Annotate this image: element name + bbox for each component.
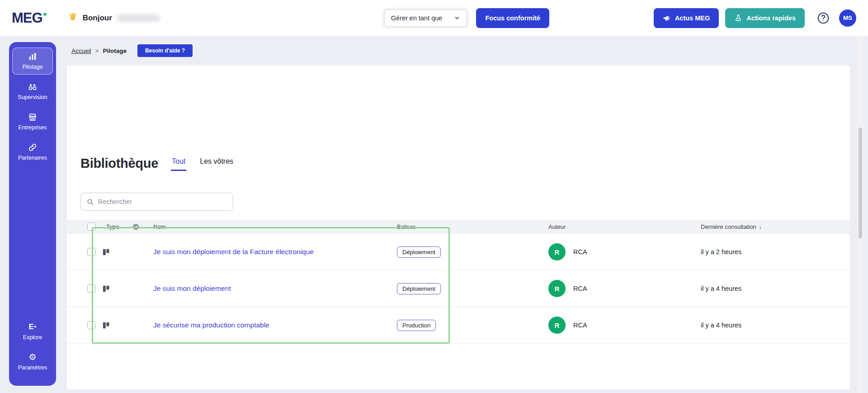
sidebar-item-entreprises[interactable]: Entreprises [12, 108, 53, 135]
manage-as-wrapper: Gérer en tant que [382, 8, 469, 28]
sidebar-item-label: Entreprises [18, 124, 47, 131]
table-row: Je sécurise ma production comptable Prod… [67, 307, 850, 344]
redacted-name [117, 14, 160, 22]
actus-meg-button[interactable]: Actus MEG [654, 8, 719, 28]
search-box [80, 193, 233, 211]
dashboard-icon [102, 284, 126, 293]
sidebar-item-explore[interactable]: E● Explore [12, 318, 53, 345]
author-name: RCA [573, 248, 587, 256]
sidebar-item-label: Partenaires [18, 155, 47, 161]
row-name-link[interactable]: Je sécurise ma production comptable [153, 321, 269, 329]
focus-conformite-button[interactable]: Focus conformité [476, 8, 549, 28]
breadcrumb: Accueil > Pilotage Besoin d'aide ? [71, 43, 850, 59]
sidebar-item-supervision[interactable]: Supervision [12, 78, 53, 105]
table-row: Je suis mon déploiement de la Facture él… [67, 234, 850, 270]
link-icon [28, 142, 38, 152]
library-header: Bibliothèque Tout Les vôtres [67, 66, 850, 171]
megaphone-icon [663, 14, 671, 22]
column-nom: Nom [147, 223, 397, 230]
row-badge: Production [397, 320, 436, 331]
select-all-checkbox[interactable] [87, 223, 95, 231]
flask-icon [734, 14, 742, 22]
sidebar-item-partenaires[interactable]: Partenaires [12, 138, 53, 166]
sidebar-item-parametres[interactable]: ⚙ Paramètres [12, 348, 53, 375]
wave-hand-icon [67, 12, 78, 24]
sidebar: Pilotage Supervision Entreprises Partena… [9, 42, 56, 386]
top-header: MEG Bonjour Gérer en tant que Focus conf… [0, 0, 868, 36]
author-avatar: R [548, 243, 566, 260]
dashboard-icon [102, 321, 126, 330]
tab-tout[interactable]: Tout [171, 157, 186, 171]
row-badge: Déploiement [397, 246, 441, 258]
sidebar-item-label: Explore [23, 334, 42, 341]
manage-group: Gérer en tant que Focus conformité [382, 8, 549, 28]
help-button[interactable] [816, 11, 830, 25]
search-icon [86, 198, 94, 206]
binoculars-icon [28, 82, 38, 92]
author-avatar: R [548, 317, 566, 334]
meg-logo-dot-icon [43, 13, 47, 16]
library-card: Bibliothèque Tout Les vôtres Type [67, 66, 850, 389]
library-table: Type Nom Balises Auteur Dernière consult… [67, 220, 850, 344]
column-type: Type [99, 223, 126, 230]
column-balises: Balises [397, 223, 548, 230]
bar-chart-icon [28, 52, 38, 62]
breadcrumb-current: Pilotage [103, 47, 127, 54]
manage-as-label: Gérer en tant que [391, 14, 443, 22]
breadcrumb-separator: > [95, 47, 99, 54]
table-row: Je suis mon déploiement Déploiement R RC… [67, 270, 850, 307]
author-name: RCA [573, 285, 587, 292]
row-checkbox[interactable] [87, 248, 95, 256]
page-scrollbar [857, 36, 863, 393]
besoin-daide-button[interactable]: Besoin d'aide ? [137, 44, 193, 57]
breadcrumb-home-link[interactable]: Accueil [71, 47, 91, 54]
user-avatar[interactable]: MS [839, 9, 856, 27]
main-content: Accueil > Pilotage Besoin d'aide ? Bibli… [63, 36, 850, 393]
author-name: RCA [573, 322, 587, 329]
header-right-group: Actus MEG Actions rapides MS [654, 8, 856, 28]
table-header-row: Type Nom Balises Auteur Dernière consult… [67, 220, 850, 234]
row-last-viewed: il y a 4 heures [701, 285, 850, 292]
check-badge-icon [126, 223, 147, 231]
page-title: Bibliothèque [80, 156, 158, 171]
meg-logo[interactable]: MEG [12, 10, 47, 26]
actus-meg-label: Actus MEG [675, 14, 710, 22]
gear-icon: ⚙ [28, 352, 36, 362]
sidebar-bottom: E● Explore ⚙ Paramètres [12, 318, 53, 379]
storefront-icon [28, 112, 38, 122]
meg-logo-text: MEG [12, 10, 42, 26]
search-input[interactable] [98, 198, 227, 205]
row-checkbox[interactable] [87, 321, 95, 329]
explore-logo-icon: E● [29, 322, 37, 332]
tab-les-votres[interactable]: Les vôtres [199, 157, 234, 171]
row-name-link[interactable]: Je suis mon déploiement de la Facture él… [153, 248, 314, 256]
greeting-text: Bonjour [83, 14, 112, 23]
question-circle-icon [816, 11, 830, 25]
sidebar-item-label: Paramètres [18, 365, 47, 371]
row-last-viewed: il y a 4 heures [701, 322, 850, 329]
column-auteur: Auteur [548, 223, 701, 230]
scrollbar-thumb[interactable] [859, 128, 862, 238]
manage-as-select[interactable]: Gérer en tant que [384, 9, 467, 27]
sidebar-item-label: Pilotage [22, 64, 42, 70]
actions-rapides-label: Actions rapides [746, 14, 796, 22]
library-tabs: Tout Les vôtres [171, 157, 234, 171]
actions-rapides-button[interactable]: Actions rapides [725, 8, 805, 28]
sidebar-item-label: Supervision [18, 94, 47, 100]
chevron-down-icon [454, 15, 460, 21]
greeting: Bonjour [67, 12, 160, 24]
row-badge: Déploiement [397, 283, 441, 294]
row-name-link[interactable]: Je suis mon déploiement [153, 284, 231, 292]
author-avatar: R [548, 280, 566, 297]
row-checkbox[interactable] [87, 284, 95, 293]
sidebar-item-pilotage[interactable]: Pilotage [12, 47, 53, 75]
row-last-viewed: il y a 2 heures [701, 248, 850, 256]
app-root: MEG Bonjour Gérer en tant que Focus conf… [0, 0, 868, 393]
dashboard-icon [102, 248, 126, 256]
sort-desc-icon: ↓ [759, 224, 762, 230]
column-derniere-consultation[interactable]: Dernière consultation↓ [701, 223, 850, 230]
